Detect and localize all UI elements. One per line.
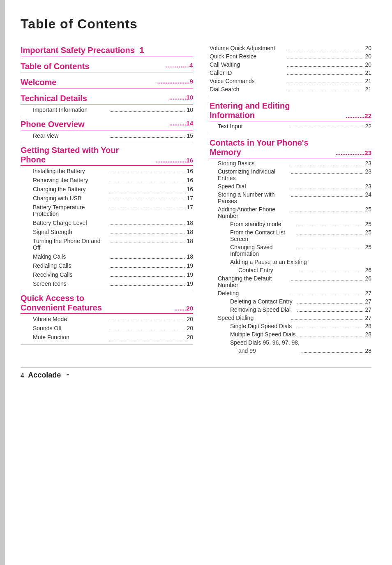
contacts-subsection: Storing Basics 23 Customizing Individual… [210,159,371,355]
list-item: Speed Dial 23 [218,182,371,190]
list-item: Making Calls 18 [33,252,193,261]
section-getting-started: Getting Started with Your Phone ........… [21,146,193,291]
list-item: Mute Function 20 [33,333,193,342]
list-item: Text Input 22 [218,122,371,130]
footer: 4 Accolade ™ [21,367,371,380]
list-item: Charging the Battery 16 [33,185,193,194]
list-item: Vibrate Mode 20 [33,315,193,324]
section-phone-overview: Phone Overview ..........14 Rear view 15 [21,120,193,143]
section-heading-technical: Technical Details ..........10 [21,94,193,104]
list-item: Multiple Digit Speed Dials 28 [218,330,371,338]
list-item: Single Digit Speed Dials 28 [218,322,371,330]
list-item: Receiving Calls 19 [33,270,193,279]
section-heading-entering-editing: Entering and Editing Information .......… [210,101,371,121]
list-item: Important Information 10 [33,105,193,114]
list-item: Rear view 15 [33,131,193,140]
list-item: Storing a Number with Pauses 24 [218,190,371,205]
list-item: Speed Dialing 27 [218,314,371,322]
list-item: Customizing Individual Entries 23 [218,167,371,182]
list-item: Quick Font Resize 20 [210,52,371,60]
section-technical-details: Technical Details ..........10 Important… [21,94,193,117]
section-heading-important-safety: Important Safety Precautions 1 [21,46,193,56]
list-item: Charging with USB 17 [33,194,193,203]
divider [21,344,193,345]
section-welcome: Welcome ...................9 [21,78,193,91]
section-contacts: Contacts in Your Phone's Memory ........… [210,138,371,355]
section-quick-access: Quick Access to Convenient Features ....… [21,294,193,345]
list-item: Voice Commands 21 [210,77,371,85]
list-item: Installing the Battery 16 [33,167,193,176]
list-item: Removing a Speed Dial 27 [218,306,371,314]
list-item: From standby mode 25 [218,220,371,228]
list-item: Storing Basics 23 [218,159,371,167]
section-heading-toc: Table of Contents ...........4 [21,62,193,72]
list-item: Changing Saved Information 25 [218,243,371,258]
right-column: Volume Quick Adjustment 20 Quick Font Re… [210,44,371,355]
right-top-items: Volume Quick Adjustment 20 Quick Font Re… [210,44,371,96]
list-item: Adding Another Phone Number 25 [218,205,371,220]
list-item: Turning the Phone On and Off 18 [33,236,193,252]
list-item: and 99 28 [218,347,371,355]
list-item: Call Waiting 20 [210,60,371,69]
list-item: From the Contact List Screen 25 [218,228,371,243]
list-item: Signal Strength 18 [33,227,193,236]
list-item: Dial Search 21 [210,85,371,93]
list-item: Battery Temperature Protection 17 [33,203,193,218]
footer-page-number: 4 [21,372,24,379]
list-item: Screen Icons 19 [33,279,193,288]
list-item: Removing the Battery 16 [33,176,193,185]
section-heading-phone-overview: Phone Overview ..........14 [21,120,193,130]
divider [21,291,193,291]
divider [210,96,371,96]
list-item: Deleting a Contact Entry 27 [218,297,371,306]
section-heading-getting-started: Getting Started with Your Phone ........… [21,146,193,166]
quick-access-subsection: Vibrate Mode 20 Sounds Off 20 Mute Funct… [21,315,193,342]
list-item: Deleting 27 [218,289,371,297]
trademark-symbol: ™ [65,373,69,377]
list-item: Contact Entry 26 [218,266,371,274]
list-item: Caller ID 21 [210,69,371,77]
divider [21,91,193,91]
left-column: Important Safety Precautions 1 Table of … [21,44,193,355]
divider [21,117,193,117]
section-heading-welcome: Welcome ...................9 [21,78,193,88]
list-item: Speed Dials 95, 96, 97, 98, [218,338,371,347]
section-entering-editing: Entering and Editing Information .......… [210,101,371,133]
page-title: Table of Contents [21,16,371,32]
section-important-safety: Important Safety Precautions 1 [21,46,193,59]
divider [210,133,371,133]
list-item: Sounds Off 20 [33,324,193,333]
section-table-of-contents: Table of Contents ...........4 [21,62,193,75]
getting-started-subsection: Installing the Battery 16 Removing the B… [21,167,193,288]
list-item: Redialing Calls 19 [33,261,193,270]
list-item: Adding a Pause to an Existing [218,258,371,266]
list-item: Battery Charge Level 18 [33,218,193,227]
entering-editing-subsection: Text Input 22 [210,122,371,130]
footer-brand: Accolade [28,371,61,380]
divider [21,143,193,143]
page-accent [0,0,5,565]
section-heading-contacts: Contacts in Your Phone's Memory ........… [210,138,371,158]
divider [21,75,193,75]
section-heading-quick-access: Quick Access to Convenient Features ....… [21,294,193,314]
phone-overview-subsection: Rear view 15 [21,131,193,140]
list-item: Changing the Default Number 26 [218,274,371,289]
technical-subsection: Important Information 10 [21,105,193,114]
list-item: Volume Quick Adjustment 20 [210,44,371,52]
divider [21,59,193,59]
content-area: Important Safety Precautions 1 Table of … [21,44,371,355]
